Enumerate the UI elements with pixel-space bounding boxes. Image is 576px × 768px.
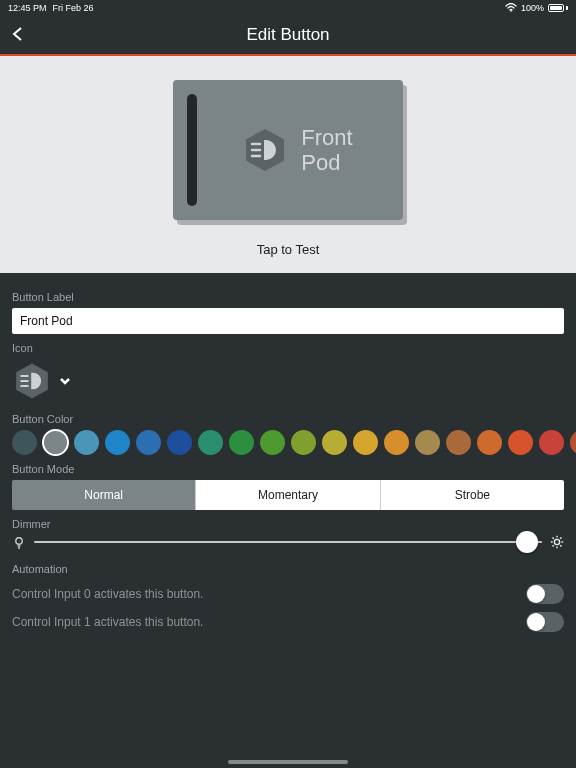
label-automation: Automation xyxy=(12,563,564,575)
svg-point-9 xyxy=(16,538,22,544)
label-dimmer: Dimmer xyxy=(12,518,564,530)
color-swatch[interactable] xyxy=(446,430,471,455)
svg-line-17 xyxy=(553,545,554,546)
color-swatch[interactable] xyxy=(12,430,37,455)
color-swatch[interactable] xyxy=(322,430,347,455)
label-button-color: Button Color xyxy=(12,413,564,425)
automation-text: Control Input 0 activates this button. xyxy=(12,587,203,601)
color-swatch[interactable] xyxy=(353,430,378,455)
label-button-mode: Button Mode xyxy=(12,463,564,475)
mode-option[interactable]: Momentary xyxy=(195,480,379,510)
color-swatch[interactable] xyxy=(477,430,502,455)
dimmer-row xyxy=(12,535,564,549)
color-swatch[interactable] xyxy=(291,430,316,455)
svg-point-0 xyxy=(510,10,512,12)
automation-list: Control Input 0 activates this button.Co… xyxy=(12,580,564,636)
icon-picker[interactable] xyxy=(12,361,72,401)
color-swatch[interactable] xyxy=(508,430,533,455)
mode-option[interactable]: Normal xyxy=(12,480,195,510)
automation-text: Control Input 1 activates this button. xyxy=(12,615,203,629)
status-date: Fri Feb 26 xyxy=(53,3,94,13)
button-preview[interactable]: Front Pod xyxy=(173,80,403,220)
battery-percent: 100% xyxy=(521,3,544,13)
mode-segmented: NormalMomentaryStrobe xyxy=(12,480,564,510)
headlight-icon xyxy=(241,126,289,174)
back-button[interactable] xyxy=(10,26,30,46)
svg-line-16 xyxy=(560,545,561,546)
status-time: 12:45 PM xyxy=(8,3,47,13)
preview-side-bar xyxy=(187,94,197,206)
label-button-label: Button Label xyxy=(12,291,564,303)
color-swatch[interactable] xyxy=(229,430,254,455)
form-area: Button Label Icon Button Color Button Mo… xyxy=(0,273,576,646)
automation-toggle[interactable] xyxy=(526,584,564,604)
tap-to-test-label[interactable]: Tap to Test xyxy=(0,242,576,265)
button-label-input[interactable] xyxy=(12,308,564,334)
bulb-dim-icon xyxy=(12,535,26,549)
color-swatch[interactable] xyxy=(570,430,576,455)
label-icon: Icon xyxy=(12,342,564,354)
color-swatch-row xyxy=(12,430,564,455)
headlight-icon xyxy=(12,361,52,401)
svg-line-15 xyxy=(553,538,554,539)
dimmer-thumb[interactable] xyxy=(516,531,538,553)
color-swatch[interactable] xyxy=(105,430,130,455)
color-swatch[interactable] xyxy=(198,430,223,455)
preview-label: Front Pod xyxy=(301,125,352,176)
page-title: Edit Button xyxy=(246,25,329,45)
automation-row: Control Input 1 activates this button. xyxy=(12,608,564,636)
mode-option[interactable]: Strobe xyxy=(380,480,564,510)
home-indicator[interactable] xyxy=(228,760,348,764)
svg-line-18 xyxy=(560,538,561,539)
preview-area: Front Pod Tap to Test xyxy=(0,56,576,273)
color-swatch[interactable] xyxy=(415,430,440,455)
dimmer-slider[interactable] xyxy=(34,541,542,543)
color-swatch[interactable] xyxy=(167,430,192,455)
automation-row: Control Input 0 activates this button. xyxy=(12,580,564,608)
color-swatch[interactable] xyxy=(539,430,564,455)
battery-icon xyxy=(548,4,568,12)
automation-toggle[interactable] xyxy=(526,612,564,632)
color-swatch[interactable] xyxy=(74,430,99,455)
svg-point-10 xyxy=(554,539,559,544)
status-bar: 12:45 PM Fri Feb 26 100% xyxy=(0,0,576,16)
color-swatch[interactable] xyxy=(43,430,68,455)
chevron-down-icon xyxy=(58,374,72,388)
wifi-icon xyxy=(505,3,517,14)
bulb-bright-icon xyxy=(550,535,564,549)
color-swatch[interactable] xyxy=(136,430,161,455)
color-swatch[interactable] xyxy=(384,430,409,455)
nav-bar: Edit Button xyxy=(0,16,576,56)
color-swatch[interactable] xyxy=(260,430,285,455)
